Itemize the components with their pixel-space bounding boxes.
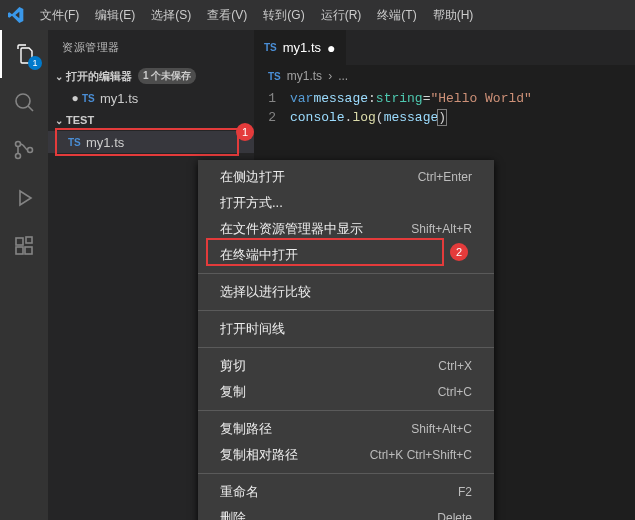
tab-filename: my1.ts — [283, 40, 321, 55]
context-menu-item[interactable]: 复制相对路径Ctrl+K Ctrl+Shift+C — [198, 442, 494, 468]
svg-point-1 — [16, 142, 21, 147]
unsaved-badge: 1 个未保存 — [138, 68, 196, 84]
ts-file-icon: TS — [82, 93, 100, 104]
context-menu-shortcut: Ctrl+Enter — [418, 164, 472, 190]
tok: ( — [376, 110, 384, 125]
chevron-down-icon: ⌄ — [52, 115, 66, 126]
context-menu-shortcut: Delete — [437, 505, 472, 520]
context-menu-item[interactable]: 剪切Ctrl+X — [198, 353, 494, 379]
context-menu-item[interactable]: 在侧边打开Ctrl+Enter — [198, 164, 494, 190]
context-menu-label: 选择以进行比较 — [220, 279, 311, 305]
activity-search-icon[interactable] — [0, 78, 48, 126]
context-menu-label: 打开方式... — [220, 190, 283, 216]
svg-rect-6 — [25, 247, 32, 254]
svg-point-2 — [16, 154, 21, 159]
context-menu-item[interactable]: 打开时间线 — [198, 316, 494, 342]
context-menu-shortcut: Shift+Alt+C — [411, 416, 472, 442]
menu-help[interactable]: 帮助(H) — [425, 0, 482, 30]
tok: message — [313, 91, 368, 106]
sidebar-title: 资源管理器 — [48, 30, 254, 65]
ts-file-icon: TS — [264, 42, 277, 53]
tok: ) — [438, 110, 446, 125]
context-menu-label: 复制相对路径 — [220, 442, 298, 468]
context-menu-separator — [198, 310, 494, 311]
tok: = — [423, 91, 431, 106]
context-menu-label: 复制 — [220, 379, 246, 405]
menu-terminal[interactable]: 终端(T) — [369, 0, 424, 30]
activity-debug-icon[interactable] — [0, 174, 48, 222]
tok: message — [384, 110, 439, 125]
open-editor-filename: my1.ts — [100, 91, 138, 106]
context-menu-label: 打开时间线 — [220, 316, 285, 342]
svg-point-3 — [28, 148, 33, 153]
open-editors-header[interactable]: ⌄ 打开的编辑器 1 个未保存 — [48, 65, 254, 87]
context-menu-item[interactable]: 重命名F2 — [198, 479, 494, 505]
menu-view[interactable]: 查看(V) — [199, 0, 255, 30]
code-line: 1 var message:string = "Hello World" — [254, 89, 635, 108]
tab-bar: TS my1.ts ● — [254, 30, 635, 65]
breadcrumb-rest: ... — [338, 69, 348, 83]
context-menu-separator — [198, 410, 494, 411]
context-menu-item[interactable]: 复制路径Shift+Alt+C — [198, 416, 494, 442]
breadcrumb-sep: › — [328, 69, 332, 83]
title-bar: 文件(F) 编辑(E) 选择(S) 查看(V) 转到(G) 运行(R) 终端(T… — [0, 0, 635, 30]
context-menu-item[interactable]: 删除Delete — [198, 505, 494, 520]
context-menu-separator — [198, 347, 494, 348]
code-line: 2 console.log(message) — [254, 108, 635, 127]
context-menu-label: 删除 — [220, 505, 246, 520]
menu-run[interactable]: 运行(R) — [313, 0, 370, 30]
activity-extensions-icon[interactable] — [0, 222, 48, 270]
context-menu-shortcut: Ctrl+X — [438, 353, 472, 379]
svg-rect-5 — [16, 247, 23, 254]
context-menu-separator — [198, 473, 494, 474]
line-number: 1 — [254, 91, 290, 106]
tok: . — [345, 110, 353, 125]
annotation-marker-1: 1 — [236, 123, 254, 141]
tok: var — [290, 91, 313, 106]
explorer-badge: 1 — [28, 56, 42, 70]
context-menu-label: 重命名 — [220, 479, 259, 505]
context-menu-shortcut: Ctrl+C — [438, 379, 472, 405]
svg-rect-7 — [26, 237, 32, 243]
annotation-box-1 — [55, 128, 239, 156]
breadcrumb[interactable]: TS my1.ts › ... — [254, 65, 635, 87]
context-menu: 在侧边打开Ctrl+Enter打开方式...在文件资源管理器中显示Shift+A… — [198, 160, 494, 520]
code-editor[interactable]: 1 var message:string = "Hello World" 2 c… — [254, 87, 635, 129]
vscode-icon — [6, 5, 26, 25]
tok: string — [376, 91, 423, 106]
context-menu-item[interactable]: 复制Ctrl+C — [198, 379, 494, 405]
menu-goto[interactable]: 转到(G) — [255, 0, 312, 30]
context-menu-item[interactable]: 选择以进行比较 — [198, 279, 494, 305]
menu-select[interactable]: 选择(S) — [143, 0, 199, 30]
chevron-down-icon: ⌄ — [52, 71, 66, 82]
ts-file-icon: TS — [268, 71, 281, 82]
activity-bar: 1 — [0, 30, 48, 520]
context-menu-shortcut: Ctrl+K Ctrl+Shift+C — [370, 442, 472, 468]
annotation-box-2 — [206, 238, 444, 266]
context-menu-shortcut: F2 — [458, 479, 472, 505]
tok: "Hello World" — [430, 91, 531, 106]
modified-dot-icon: ● — [68, 91, 82, 105]
context-menu-label: 在侧边打开 — [220, 164, 285, 190]
tok: console — [290, 110, 345, 125]
open-editors-label: 打开的编辑器 — [66, 69, 132, 84]
context-menu-label: 复制路径 — [220, 416, 272, 442]
context-menu-separator — [198, 273, 494, 274]
breadcrumb-file: my1.ts — [287, 69, 322, 83]
svg-rect-4 — [16, 238, 23, 245]
tok: log — [352, 110, 375, 125]
editor-tab[interactable]: TS my1.ts ● — [254, 30, 347, 65]
tok: : — [368, 91, 376, 106]
activity-explorer-icon[interactable]: 1 — [0, 30, 48, 78]
line-number: 2 — [254, 110, 290, 125]
open-editor-row[interactable]: ● TS my1.ts — [48, 87, 254, 109]
folder-label: TEST — [66, 114, 94, 126]
menu-file[interactable]: 文件(F) — [32, 0, 87, 30]
annotation-marker-2: 2 — [450, 243, 468, 261]
menu-edit[interactable]: 编辑(E) — [87, 0, 143, 30]
tab-modified-dot-icon: ● — [327, 40, 335, 56]
activity-scm-icon[interactable] — [0, 126, 48, 174]
context-menu-item[interactable]: 打开方式... — [198, 190, 494, 216]
svg-point-0 — [16, 94, 30, 108]
context-menu-label: 剪切 — [220, 353, 246, 379]
